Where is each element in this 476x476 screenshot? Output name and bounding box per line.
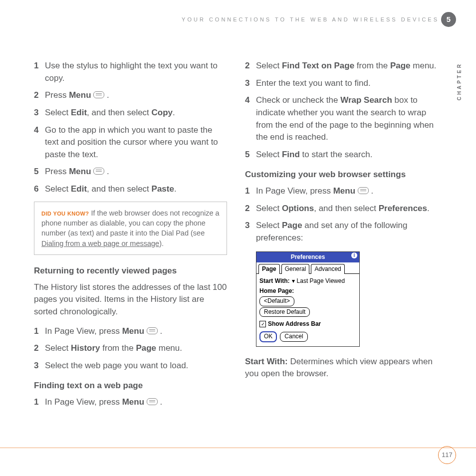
step-number: 2	[34, 342, 45, 355]
dropdown-arrow-icon[interactable]: ▾	[292, 277, 295, 285]
menu-icon	[147, 327, 158, 334]
pref-tab-page[interactable]: Page	[258, 264, 280, 274]
start-with-description: Start With: Determines which view appear…	[245, 356, 438, 380]
pref-titlebar: Preferences i	[256, 252, 359, 262]
step-number: 1	[34, 325, 45, 338]
step-number: 4	[34, 124, 45, 161]
step-item: 1In Page View, press Menu .	[245, 185, 438, 198]
step-number: 3	[245, 220, 256, 244]
pref-title-text: Preferences	[291, 253, 325, 260]
step-text: Check or uncheck the Wrap Search box to …	[256, 94, 438, 144]
step-text: Enter the text you want to find.	[256, 77, 438, 90]
step-text: Select Page and set any of the following…	[256, 220, 438, 244]
start-with-term: Start With:	[245, 357, 288, 366]
step-text: In Page View, press Menu .	[256, 185, 438, 198]
step-number: 3	[34, 107, 45, 119]
right-column: 2Select Find Text on Page from the Page …	[245, 60, 438, 414]
restore-default-button[interactable]: Restore Default	[259, 307, 310, 317]
show-address-checkbox[interactable]: ✓	[259, 321, 266, 327]
tip-link[interactable]: Dialing from a web page or message	[41, 239, 159, 247]
heading-returning: Returning to recently viewed pages	[34, 265, 227, 277]
step-item: 2Select Options, and then select Prefere…	[245, 203, 438, 215]
bold-term: Find	[282, 150, 300, 159]
step-item: 2Select Find Text on Page from the Page …	[245, 60, 438, 72]
bold-term: Copy	[152, 108, 173, 117]
step-item: 3Select Page and set any of the followin…	[245, 220, 438, 244]
step-number: 1	[34, 60, 45, 84]
cancel-button[interactable]: Cancel	[280, 332, 307, 341]
start-with-label: Start With:	[259, 277, 290, 285]
step-item: 3Select the web page you want to load.	[34, 360, 227, 372]
step-number: 6	[34, 183, 45, 196]
step-text: Select Options, and then select Preferen…	[256, 203, 438, 215]
step-number: 5	[245, 149, 256, 161]
bold-term: Menu	[333, 186, 355, 196]
step-text: Select History from the Page menu.	[45, 342, 227, 355]
did-you-know-box: DID YOU KNOW? If the web browser does no…	[34, 202, 227, 255]
step-text: Use the stylus to highlight the text you…	[45, 60, 227, 84]
show-address-label: Show Address Bar	[268, 320, 321, 328]
left-column: 1Use the stylus to highlight the text yo…	[34, 60, 227, 414]
bold-term: Preferences	[379, 204, 427, 213]
step-text: Select Find to start the search.	[256, 149, 438, 161]
bold-term: Menu	[69, 90, 91, 100]
bold-term: Options	[282, 204, 314, 213]
tip-body-after: ).	[159, 239, 164, 247]
info-icon: i	[351, 252, 357, 258]
step-item: 3Enter the text you want to find.	[245, 77, 438, 90]
para-history: The History list stores the addresses of…	[34, 281, 227, 318]
step-text: Select Edit, and then select Paste.	[45, 183, 227, 196]
step-number: 4	[245, 94, 256, 144]
step-item: 2Press Menu .	[34, 89, 227, 102]
step-text: In Page View, press Menu .	[45, 325, 227, 338]
step-text: Select the web page you want to load.	[45, 360, 227, 372]
step-number: 2	[245, 203, 256, 215]
footer-rule	[0, 448, 476, 448]
chapter-number-badge: 5	[441, 12, 456, 27]
home-page-label: Home Page:	[259, 287, 294, 295]
menu-icon	[93, 168, 104, 175]
step-item: 3Select Edit, and then select Copy.	[34, 107, 227, 119]
step-text: In Page View, press Menu .	[45, 396, 227, 409]
step-item: 2Select History from the Page menu.	[34, 342, 227, 355]
step-item: 5Select Find to start the search.	[245, 149, 438, 161]
step-text: Press Menu .	[45, 89, 227, 102]
step-number: 2	[34, 89, 45, 102]
bold-term: Page	[136, 343, 156, 353]
step-number: 5	[34, 166, 45, 178]
bold-term: Page	[282, 221, 302, 230]
step-number: 1	[34, 396, 45, 409]
pref-tab-advanced[interactable]: Advanced	[311, 264, 344, 274]
bold-term: Find Text on Page	[282, 61, 354, 70]
step-number: 3	[245, 77, 256, 90]
heading-customizing: Customizing your web browser settings	[245, 169, 438, 181]
step-item: 1In Page View, press Menu .	[34, 325, 227, 338]
tip-lead: DID YOU KNOW?	[41, 211, 89, 217]
step-item: 6Select Edit, and then select Paste.	[34, 183, 227, 196]
step-number: 3	[34, 360, 45, 372]
menu-icon	[93, 91, 104, 98]
step-text: Press Menu .	[45, 166, 227, 178]
step-text: Select Find Text on Page from the Page m…	[256, 60, 438, 72]
pref-tab-general[interactable]: General	[281, 264, 310, 274]
running-head: YOUR CONNECTIONS TO THE WEB AND WIRELESS…	[0, 16, 439, 24]
bold-term: Paste	[152, 184, 174, 194]
step-number: 1	[245, 185, 256, 198]
bold-term: Page	[390, 61, 411, 70]
bold-term: Edit	[71, 184, 87, 194]
menu-icon	[358, 187, 369, 194]
bold-term: Menu	[69, 167, 91, 176]
ok-button[interactable]: OK	[259, 331, 277, 342]
step-item: 4Go to the app in which you want to past…	[34, 124, 227, 161]
step-item: 1In Page View, press Menu .	[34, 396, 227, 409]
bold-term: Edit	[71, 108, 87, 117]
step-item: 5Press Menu .	[34, 166, 227, 178]
chapter-label: CHAPTER	[456, 62, 464, 100]
bold-term: Menu	[122, 397, 144, 407]
step-item: 1Use the stylus to highlight the text yo…	[34, 60, 227, 84]
preferences-screenshot: Preferences i Page General Advanced Star…	[256, 251, 360, 347]
home-page-field[interactable]: <Default>	[259, 296, 294, 306]
step-text: Go to the app in which you want to paste…	[45, 124, 227, 161]
page-number-badge: 117	[438, 446, 456, 464]
start-with-value[interactable]: Last Page Viewed	[297, 277, 345, 285]
